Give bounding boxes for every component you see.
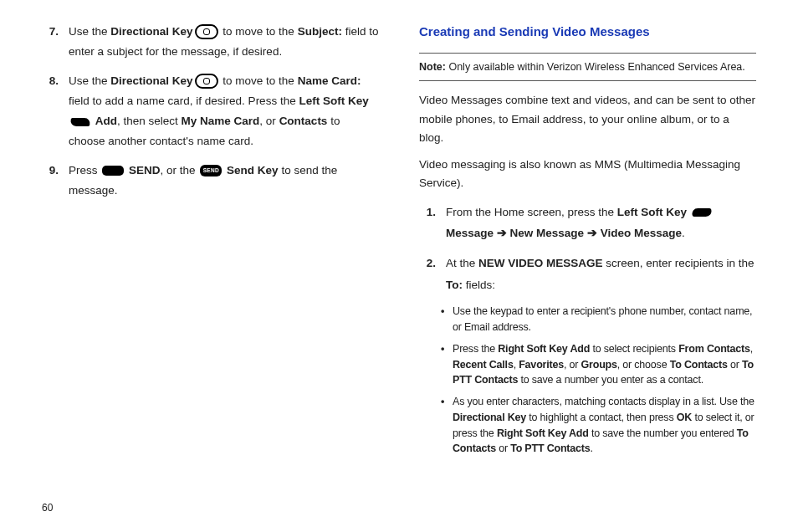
text-run: SEND — [129, 164, 161, 176]
bullet-body: Use the keypad to enter a recipient's ph… — [453, 304, 756, 335]
text-run: . — [682, 227, 685, 239]
text-run: Groups — [581, 359, 617, 371]
bullet-body: As you enter characters, matching contac… — [453, 394, 756, 457]
text-run: , or — [259, 115, 279, 127]
note-label: Note: — [419, 61, 446, 73]
note-text: Only available within Verizon Wireless E… — [446, 61, 745, 73]
directional-key-icon — [195, 24, 218, 39]
text-run: . — [591, 442, 593, 454]
list-body: Use the Directional Key to move to the S… — [69, 22, 379, 63]
text-run: Directional Key — [110, 25, 192, 38]
text-run: Name Card: — [298, 74, 361, 87]
list-number: 1. — [419, 202, 446, 244]
text-run: ➔ — [497, 227, 507, 239]
text-run: From the Home screen, press the — [446, 206, 617, 218]
left-soft-key-icon — [691, 208, 713, 217]
bullet-marker: • — [441, 341, 453, 388]
text-run: Contacts — [279, 115, 328, 127]
text-run: As you enter characters, matching contac… — [453, 396, 755, 407]
text-run: To PTT Contacts — [510, 442, 590, 454]
text-run: Message — [446, 227, 494, 239]
text-run: Left Soft Key — [299, 95, 368, 107]
list-item: 1.From the Home screen, press the Left S… — [419, 202, 756, 244]
bullet-marker: • — [441, 304, 453, 335]
text-run: New Message — [510, 227, 585, 239]
text-run: Favorites — [519, 359, 564, 371]
text-run: At the — [446, 257, 478, 269]
list-number: 8. — [42, 71, 69, 152]
divider — [419, 53, 756, 54]
bullet-item: •Use the keypad to enter a recipient's p… — [441, 304, 756, 335]
left-list: 7.Use the Directional Key to move to the… — [42, 22, 379, 201]
text-run: , or the — [161, 164, 199, 176]
send-key-icon: SEND — [200, 165, 222, 176]
page-columns: 7.Use the Directional Key to move to the… — [42, 22, 756, 490]
text-run: to move to the — [220, 74, 298, 87]
center-key-icon — [102, 166, 124, 176]
left-column: 7.Use the Directional Key to move to the… — [42, 22, 379, 490]
bullet-list: •Use the keypad to enter a recipient's p… — [441, 304, 756, 457]
right-column: Creating and Sending Video Messages Note… — [419, 22, 756, 490]
list-body: From the Home screen, press the Left Sof… — [446, 202, 756, 244]
text-run: , then select — [117, 115, 182, 127]
bullet-body: Press the Right Soft Key Add to select r… — [453, 341, 756, 388]
text-run: , or — [564, 359, 581, 371]
note-row: Note: Only available within Verizon Wire… — [419, 59, 756, 76]
bullet-item: •As you enter characters, matching conta… — [441, 394, 756, 457]
text-run: My Name Card — [182, 115, 260, 127]
list-item: 2.At the NEW VIDEO MESSAGE screen, enter… — [419, 253, 756, 295]
list-number: 9. — [42, 161, 69, 202]
paragraph: Video Messages combine text and videos, … — [419, 91, 756, 147]
text-run: Left Soft Key — [617, 206, 687, 218]
text-run: , — [750, 343, 753, 355]
right-list: 1.From the Home screen, press the Left S… — [419, 202, 756, 296]
text-run: Use the — [69, 74, 110, 87]
text-run: screen, enter recipients in the — [603, 257, 755, 269]
text-run: fields: — [463, 279, 495, 291]
text-run: , or choose — [617, 359, 670, 371]
left-soft-key-icon — [69, 118, 91, 126]
text-run: to save a number you enter as a contact. — [518, 374, 703, 386]
text-run: Recent Calls — [453, 359, 514, 371]
list-number: 2. — [419, 253, 446, 295]
list-body: At the NEW VIDEO MESSAGE screen, enter r… — [446, 253, 756, 295]
list-number: 7. — [42, 22, 69, 63]
text-run: Directional Key — [453, 412, 526, 423]
text-run: Right Soft Key Add — [498, 343, 590, 355]
text-run: or — [496, 442, 510, 454]
text-run: field to add a name card, if desired. Pr… — [69, 95, 299, 107]
section-heading: Creating and Sending Video Messages — [419, 22, 756, 43]
list-item: 8.Use the Directional Key to move to the… — [42, 71, 379, 152]
list-body: Press SEND, or the SEND Send Key to send… — [69, 161, 379, 202]
text-run: Press — [69, 164, 100, 176]
text-run: Video Message — [601, 227, 682, 239]
text-run: or — [728, 359, 742, 371]
text-run: Send Key — [227, 164, 279, 176]
text-run: to highlight a contact, then press — [526, 412, 677, 423]
list-item: 9.Press SEND, or the SEND Send Key to se… — [42, 161, 379, 202]
text-run: Use the keypad to enter a recipient's ph… — [453, 305, 752, 333]
text-run: OK — [677, 412, 692, 423]
text-run: Directional Key — [110, 74, 192, 87]
text-run: NEW VIDEO MESSAGE — [478, 257, 603, 269]
list-body: Use the Directional Key to move to the N… — [69, 71, 379, 152]
paragraph: Video messaging is also known as MMS (Mu… — [419, 156, 756, 193]
text-run: To Contacts — [670, 359, 728, 371]
text-run: From Contacts — [678, 343, 750, 355]
directional-key-icon — [195, 74, 218, 89]
text-run: To: — [446, 279, 463, 291]
text-run: Use the — [69, 25, 110, 38]
text-run: to save the number you entered — [589, 427, 737, 439]
text-run: ➔ — [587, 227, 597, 239]
list-item: 7.Use the Directional Key to move to the… — [42, 22, 379, 63]
page-number: 60 — [42, 502, 53, 514]
text-run: to select recipients — [590, 343, 678, 355]
text-run: Right Soft Key Add — [497, 427, 589, 439]
text-run — [687, 206, 690, 218]
text-run: Press the — [453, 343, 498, 355]
text-run: Add — [95, 115, 117, 127]
text-run: Subject: — [298, 25, 342, 38]
text-run: to move to the — [220, 25, 298, 38]
bullet-item: •Press the Right Soft Key Add to select … — [441, 341, 756, 388]
divider — [419, 80, 756, 81]
